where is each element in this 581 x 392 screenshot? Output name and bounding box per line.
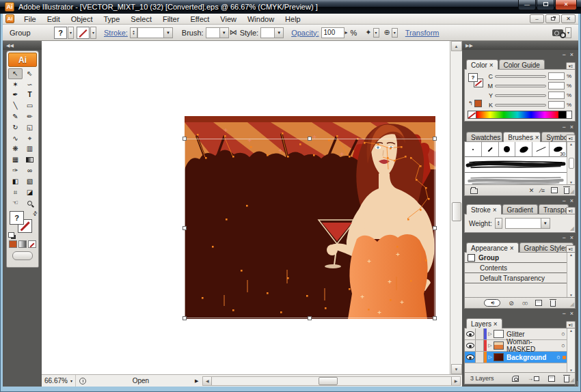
combo-arrow-icon[interactable]: ▼	[219, 28, 228, 38]
magic-wand-tool[interactable]: ✶	[8, 79, 23, 90]
scale-tool[interactable]: ◱	[23, 122, 37, 133]
lasso-tool[interactable]: ∽	[23, 79, 37, 90]
isolate-dropdown-icon[interactable]: ▾	[373, 28, 379, 38]
menu-filter[interactable]: Filter	[157, 14, 185, 24]
brush-stroke-small[interactable]	[482, 142, 499, 156]
appearance-row-contents[interactable]: Contents	[465, 263, 567, 273]
brush-ellipse-30[interactable]: 30	[550, 142, 567, 156]
weight-stepper[interactable]: ▲▼	[495, 218, 502, 229]
status-menu-arrow-icon[interactable]: ▶	[195, 378, 198, 384]
selection-tool[interactable]: ↖	[8, 68, 23, 79]
brush-combo[interactable]: ▼	[206, 27, 229, 38]
panel-minimize-icon[interactable]: −	[562, 235, 565, 241]
hand-tool[interactable]: ☜	[8, 198, 23, 209]
horizontal-scroll-thumb[interactable]	[319, 377, 338, 385]
resize-grip[interactable]: ◢	[570, 189, 574, 195]
collapse-dock-icon[interactable]: ◀◀	[6, 43, 14, 48]
direct-selection-tool[interactable]: ⇖	[23, 68, 37, 79]
scroll-right-icon[interactable]: ▶	[451, 377, 460, 385]
tab-gradient[interactable]: Gradient	[502, 204, 538, 214]
layer-thumbnail[interactable]	[494, 330, 504, 338]
crop-area-tool[interactable]: ⌗	[8, 187, 23, 198]
blend-tool[interactable]: ∞	[23, 165, 37, 176]
color-fill-proxy[interactable]: ?	[468, 73, 478, 82]
panel-close-icon[interactable]: ×	[570, 198, 573, 204]
eraser-tool[interactable]: ◪	[23, 187, 37, 198]
screen-mode-button[interactable]	[12, 251, 33, 260]
duplicate-item-icon[interactable]: ○○	[522, 300, 527, 307]
scroll-left-icon[interactable]: ◀	[203, 377, 212, 385]
brush-dot-large[interactable]	[499, 142, 516, 156]
selection-handle[interactable]	[308, 316, 312, 320]
menu-type[interactable]: Type	[98, 14, 126, 24]
remove-brush-stroke-icon[interactable]: ✕	[529, 187, 535, 194]
selection-handle[interactable]	[183, 137, 187, 141]
make-clipping-mask-icon[interactable]	[512, 376, 519, 382]
pen-tool[interactable]: ✒	[8, 90, 23, 101]
selection-handle[interactable]	[183, 316, 187, 320]
visibility-toggle[interactable]	[465, 328, 476, 339]
maximize-button[interactable]	[537, 0, 554, 10]
stroke-dropdown-icon[interactable]: ▾	[90, 27, 96, 39]
layer-row-background[interactable]: ▷ Background ○	[465, 352, 567, 363]
rectangle-tool[interactable]: ▭	[23, 100, 37, 111]
default-colors-icon[interactable]	[8, 232, 14, 238]
ai-logo[interactable]: Ai	[8, 53, 37, 67]
style-combo[interactable]: ▼	[260, 27, 284, 38]
brush-ellipse[interactable]	[515, 142, 532, 156]
panel-close-icon[interactable]: ×	[570, 311, 573, 317]
brush-dot-small[interactable]	[465, 142, 482, 156]
cyan-slider[interactable]	[495, 75, 546, 78]
color-fill-stroke-proxy[interactable]: ? ↰	[468, 72, 487, 109]
live-paint-bucket-tool[interactable]: ◧	[8, 176, 23, 187]
document-canvas[interactable]	[42, 41, 450, 374]
horizontal-scrollbar[interactable]: ◀ ▶	[202, 376, 461, 386]
symbol-sprayer-tool[interactable]: ❋	[8, 144, 23, 155]
appearance-scrollbar[interactable]: ▲▼	[567, 253, 575, 297]
free-transform-tool[interactable]: ⌖	[23, 133, 37, 144]
tab-stroke[interactable]: Stroke ×	[466, 204, 502, 214]
warp-tool[interactable]: ∿	[8, 133, 23, 144]
opacity-link[interactable]: Opacity:	[291, 29, 319, 37]
panel-minimize-icon[interactable]: −	[562, 124, 565, 130]
tab-color-guide[interactable]: Color Guide	[499, 59, 545, 70]
menu-help[interactable]: Help	[280, 14, 306, 24]
yellow-value-input[interactable]	[548, 92, 565, 99]
stroke-color-swatch[interactable]	[77, 27, 90, 39]
resize-grip[interactable]: ◢	[570, 302, 574, 307]
paintbrush-tool[interactable]: ✎	[8, 111, 23, 122]
artwork[interactable]	[185, 116, 435, 319]
spectrum-black[interactable]	[558, 111, 566, 118]
opacity-slider-arrow-icon[interactable]: ▸	[345, 29, 348, 36]
isolate-group-icon[interactable]: ✦	[365, 28, 371, 37]
combo-arrow-icon[interactable]: ▼	[541, 219, 550, 228]
visibility-toggle[interactable]	[465, 340, 476, 351]
tab-close-icon[interactable]: ×	[535, 134, 539, 141]
eyedropper-tool[interactable]: ✑	[8, 165, 23, 176]
new-brush-icon[interactable]	[551, 187, 558, 193]
tab-close-icon[interactable]: ×	[510, 244, 514, 252]
layer-name[interactable]: Woman-MASKED	[506, 338, 559, 353]
combo-arrow-icon[interactable]: ▼	[163, 28, 172, 38]
line-segment-tool[interactable]: ╲	[8, 100, 23, 111]
zoom-level-control[interactable]: 66.67% ▾	[42, 375, 76, 387]
column-graph-tool[interactable]: ▥	[23, 144, 37, 155]
new-layer-icon[interactable]	[548, 376, 555, 382]
align-dropdown-icon[interactable]: ▾	[392, 28, 398, 38]
rotate-tool[interactable]: ↻	[8, 122, 23, 133]
selection-handle[interactable]	[433, 137, 437, 141]
panel-minimize-icon[interactable]: −	[562, 311, 565, 317]
expand-layer-icon[interactable]: ▷	[487, 331, 494, 337]
tab-brushes[interactable]: Brushes ×	[503, 132, 541, 142]
tab-close-icon[interactable]: ×	[494, 320, 498, 328]
live-paint-selection-tool[interactable]: ▧	[23, 176, 37, 187]
panel-close-icon[interactable]: ×	[570, 52, 573, 58]
magenta-slider[interactable]	[495, 85, 546, 87]
menu-effect[interactable]: Effect	[185, 14, 215, 24]
vertical-scrollbar[interactable]: ▲ ▼	[450, 41, 462, 374]
panel-minimize-icon[interactable]: −	[562, 52, 565, 58]
zoom-tool[interactable]	[23, 198, 37, 209]
spectrum-rainbow[interactable]	[476, 111, 558, 118]
layer-thumbnail[interactable]	[494, 341, 504, 350]
target-icon[interactable]: ○	[554, 354, 563, 361]
